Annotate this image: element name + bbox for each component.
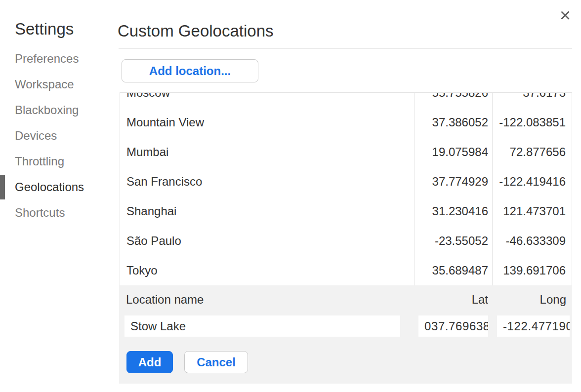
geolocation-row[interactable]: Moscow 55.755826 37.6173: [120, 92, 572, 108]
geolocation-name: São Paulo: [120, 226, 415, 256]
long-header: Long: [492, 292, 572, 307]
lat-header: Lat: [415, 292, 492, 307]
editor-buttons-row: Add Cancel: [126, 351, 572, 373]
sidebar-item-throttling[interactable]: Throttling: [0, 149, 119, 174]
add-location-editor: Location name Lat Long Add Cancel: [119, 285, 572, 384]
sidebar-item-label: Workspace: [15, 78, 74, 91]
sidebar-item-geolocations[interactable]: Geolocations: [0, 174, 119, 200]
geolocation-row[interactable]: Tokyo 35.689487 139.691706: [120, 256, 572, 285]
sidebar-item-workspace[interactable]: Workspace: [0, 72, 119, 97]
sidebar-item-label: Devices: [15, 129, 57, 142]
location-name-input[interactable]: [124, 315, 400, 337]
geolocation-lat: 37.386052: [415, 108, 492, 137]
geolocation-lat: 55.755826: [415, 92, 492, 108]
sidebar-item-devices[interactable]: Devices: [0, 123, 119, 149]
geolocation-name: Moscow: [120, 92, 415, 108]
geolocation-name: San Francisco: [120, 167, 415, 196]
editor-header-row: Location name Lat Long: [119, 292, 572, 307]
geolocation-long: -122.083851: [492, 108, 572, 137]
geolocation-lat: 35.689487: [415, 256, 492, 285]
geolocation-row[interactable]: San Francisco 37.774929 -122.419416: [120, 167, 572, 196]
editor-inputs-row: [119, 315, 572, 337]
geolocation-long: -46.633309: [492, 226, 572, 256]
geolocation-name: Tokyo: [120, 256, 415, 285]
sidebar-item-blackboxing[interactable]: Blackboxing: [0, 97, 119, 123]
geolocation-lat: 19.075984: [415, 137, 492, 167]
add-location-button[interactable]: Add location...: [122, 59, 258, 82]
geolocation-name: Shanghai: [120, 196, 415, 226]
geolocation-long: 139.691706: [492, 256, 572, 285]
sidebar-item-preferences[interactable]: Preferences: [0, 46, 119, 72]
add-button[interactable]: Add: [126, 351, 173, 373]
geolocation-name: Mumbai: [120, 137, 415, 167]
settings-nav: PreferencesWorkspaceBlackboxingDevicesTh…: [0, 46, 119, 226]
geolocation-lat: 37.774929: [415, 167, 492, 196]
geolocation-lat: 31.230416: [415, 196, 492, 226]
geolocation-row[interactable]: São Paulo -23.55052 -46.633309: [120, 226, 572, 256]
sidebar-item-label: Shortcuts: [15, 206, 65, 219]
geolocations-panel: Custom Geolocations Add location... Mosc…: [119, 0, 581, 392]
location-name-header: Location name: [119, 292, 415, 307]
cancel-button[interactable]: Cancel: [184, 351, 248, 373]
lat-input[interactable]: [418, 315, 488, 337]
settings-title: Settings: [15, 20, 119, 39]
long-input[interactable]: [497, 315, 570, 337]
geolocation-long: -122.419416: [492, 167, 572, 196]
geolocations-list[interactable]: Moscow 55.755826 37.6173 Mountain View 3…: [120, 92, 572, 285]
sidebar-item-label: Geolocations: [15, 180, 84, 194]
geolocation-lat: -23.55052: [415, 226, 492, 256]
header-divider: [119, 48, 572, 49]
sidebar-item-shortcuts[interactable]: Shortcuts: [0, 200, 119, 226]
geolocation-long: 121.473701: [492, 196, 572, 226]
settings-sidebar: Settings PreferencesWorkspaceBlackboxing…: [0, 0, 119, 226]
geolocation-long: 37.6173: [492, 92, 572, 108]
geolocation-long: 72.877656: [492, 137, 572, 167]
geolocation-row[interactable]: Mountain View 37.386052 -122.083851: [120, 108, 572, 137]
sidebar-item-label: Preferences: [15, 52, 79, 65]
sidebar-item-label: Throttling: [15, 155, 64, 168]
geolocation-row[interactable]: Shanghai 31.230416 121.473701: [120, 196, 572, 226]
page-title: Custom Geolocations: [118, 22, 273, 40]
geolocation-row[interactable]: Mumbai 19.075984 72.877656: [120, 137, 572, 167]
geolocation-name: Mountain View: [120, 108, 415, 137]
sidebar-item-label: Blackboxing: [15, 103, 79, 117]
